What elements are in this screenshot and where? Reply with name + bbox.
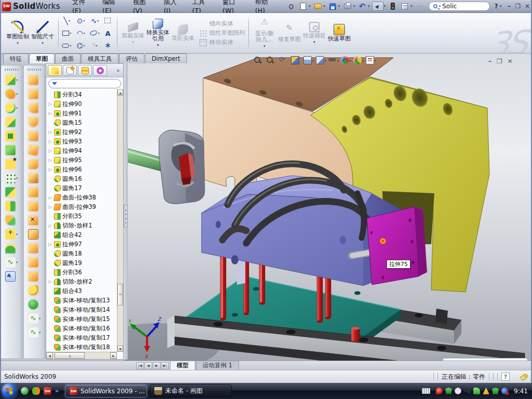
ribbon-tab[interactable]: 特征	[3, 54, 29, 63]
doc-minimize-button[interactable]: –	[488, 58, 491, 65]
expander-icon[interactable]: ▷	[48, 223, 52, 228]
quick-launch-icon[interactable]	[32, 387, 40, 395]
help-button[interactable]: ?	[495, 3, 498, 10]
feature-tree-item[interactable]: ▷ 实体-移动/复制13	[48, 296, 123, 305]
model-tab[interactable]: 模型	[170, 361, 195, 370]
expander-icon[interactable]: ▷	[48, 130, 52, 135]
model-sprue-part[interactable]	[125, 130, 205, 204]
surface-tool-button[interactable]: ▾	[28, 325, 41, 339]
surface-tool-button[interactable]: ▾	[28, 227, 41, 241]
hud-button[interactable]: ▾	[341, 56, 351, 64]
feature-tree-item[interactable]: ▷ 分割36	[48, 268, 123, 277]
options-button[interactable]	[400, 2, 410, 11]
feature-tree-item[interactable]: ▷ 拉伸97	[48, 240, 123, 249]
feature-tree-item[interactable]: ▷ 拉伸92	[48, 127, 123, 137]
sketch-entity-button[interactable]: ▾	[88, 27, 102, 39]
sketch-entity-button[interactable]: ▾	[102, 27, 116, 39]
feature-tool-button[interactable]: ▾	[5, 185, 18, 199]
hud-button[interactable]: ▾	[303, 56, 314, 64]
hud-button[interactable]: ▾	[366, 56, 376, 64]
expander-icon[interactable]: ▷	[48, 242, 52, 247]
vscroll-thumb[interactable]	[117, 284, 123, 305]
feature-tree-item[interactable]: ▷ 曲面-拉伸39	[48, 202, 123, 211]
expander-icon[interactable]: ▷	[48, 205, 52, 209]
rapid-sketch-button[interactable]: 快速草图	[327, 23, 351, 44]
toolbar-grip[interactable]	[28, 69, 41, 71]
feature-tool-button[interactable]: ▾	[5, 269, 18, 283]
feature-tree-item[interactable]: ▷ 实体-移动/复制17	[48, 333, 123, 342]
surface-tool-button[interactable]: ▾	[28, 157, 41, 171]
surface-tool-button[interactable]: ▾	[28, 115, 41, 129]
ribbon-tab[interactable]: 曲面	[55, 54, 81, 63]
sketch-entity-button[interactable]: ▾	[60, 39, 74, 52]
tree-filter-input[interactable]	[48, 79, 121, 88]
doc-close-button[interactable]: ✕	[508, 58, 513, 65]
tray-icon[interactable]	[445, 388, 452, 394]
toolbar-grip[interactable]	[5, 69, 18, 71]
feature-tree-item[interactable]: ▷ 圆角17	[48, 183, 123, 193]
taskbar-task-button[interactable]: 未命名 - 画图	[150, 384, 232, 397]
feature-tool-button[interactable]: ▾	[5, 157, 18, 171]
quick-launch-icon[interactable]	[21, 387, 29, 395]
surface-tool-button[interactable]: ▾	[28, 283, 41, 297]
expander-icon[interactable]: ▷	[48, 102, 52, 107]
feature-tool-button[interactable]: ▾	[5, 227, 18, 241]
hud-button[interactable]: ▾	[278, 56, 289, 64]
expander-icon[interactable]: ▷	[48, 149, 52, 153]
feature-tool-button[interactable]: ▾	[5, 171, 18, 185]
hud-button[interactable]: ▾	[291, 56, 301, 64]
ribbon-tab[interactable]: 草图	[29, 54, 55, 63]
minimize-button[interactable]: –	[508, 3, 511, 10]
feature-tool-button[interactable]: ▾	[5, 73, 18, 87]
sketch-button[interactable]: 草图绘制▾	[6, 20, 30, 46]
feature-tool-button[interactable]: ▾	[5, 241, 18, 255]
scroll-up-icon[interactable]: ▲	[117, 89, 123, 96]
expander-icon[interactable]: ▷	[48, 195, 52, 200]
sketch-entity-button[interactable]: ▾	[88, 39, 102, 52]
sketch-entity-button[interactable]: ▾	[102, 39, 116, 52]
feature-tree-item[interactable]: ▷ 拉伸91	[48, 109, 123, 118]
sketch-entity-button[interactable]: ▾	[74, 39, 88, 52]
trim-entities-button[interactable]: 剪裁实体▾	[121, 22, 145, 44]
feature-tool-button[interactable]: ▾	[5, 143, 18, 157]
feature-tree-item[interactable]: ▷ 实体-移动/复制15	[48, 314, 123, 324]
prev-tab-icon[interactable]: ◀	[144, 362, 152, 369]
search-dropdown-icon[interactable]: ▾	[439, 4, 441, 8]
stack-button[interactable]: 镜向实体	[200, 20, 245, 28]
surface-tool-button[interactable]: ▾	[28, 255, 41, 269]
hud-button[interactable]: ▾	[328, 56, 339, 64]
tray-icon[interactable]	[483, 388, 489, 394]
surface-tool-button[interactable]: ▾	[28, 311, 41, 325]
sketch-entity-button[interactable]: ▾	[102, 15, 116, 27]
scroll-down-icon[interactable]: ▼	[117, 345, 123, 352]
status-help-icon[interactable]: ?	[501, 373, 510, 381]
tray-icon[interactable]	[473, 388, 480, 394]
tag-icon[interactable]	[520, 373, 529, 380]
splitter-arrows-icon[interactable]: ◂◂◂◂	[124, 205, 128, 228]
doc-restore-button[interactable]: ❐	[497, 58, 502, 65]
expander-icon[interactable]: ▷	[48, 280, 52, 284]
taskbar-task-button[interactable]: SolidWorks 2009 - ...	[65, 384, 147, 397]
surface-tool-button[interactable]: ▾	[28, 213, 41, 227]
stack-button[interactable]: 线性草图阵列	[200, 29, 245, 37]
model-tab[interactable]: 运动算例 1	[196, 361, 239, 370]
graphics-viewport[interactable]: Y Z X ▾ ▾	[125, 54, 532, 361]
convert-entities-button[interactable]: 转换实体引用▾	[146, 19, 170, 47]
tab-propertymanager[interactable]	[63, 65, 77, 76]
feature-tree-item[interactable]: ▷ 组合43	[48, 286, 123, 296]
model-stop-pin[interactable]	[351, 327, 360, 341]
print-button[interactable]	[342, 2, 353, 11]
surface-tool-button[interactable]: ▾	[28, 241, 41, 255]
hud-button[interactable]: ▾	[254, 56, 264, 64]
expander-icon[interactable]: ▷	[48, 111, 52, 116]
tab-featuremanager[interactable]	[48, 65, 62, 76]
feature-tree-item[interactable]: ▷ 切除-放样1	[48, 221, 123, 230]
feature-tool-button[interactable]: ▾	[5, 213, 18, 227]
quick-snaps-button[interactable]: 快速捕捉▾	[302, 21, 326, 45]
feature-tree-item[interactable]: ▷ 圆角18	[48, 249, 123, 258]
select-tool-button[interactable]	[372, 2, 383, 11]
display-delete-relations-button[interactable]: ⚠ 显示/删除几...▾	[252, 17, 276, 49]
tab-dimxpert[interactable]	[93, 65, 107, 76]
feature-tool-button[interactable]: ▾	[5, 129, 18, 143]
taskbar-clock[interactable]: 9:41	[514, 388, 528, 395]
